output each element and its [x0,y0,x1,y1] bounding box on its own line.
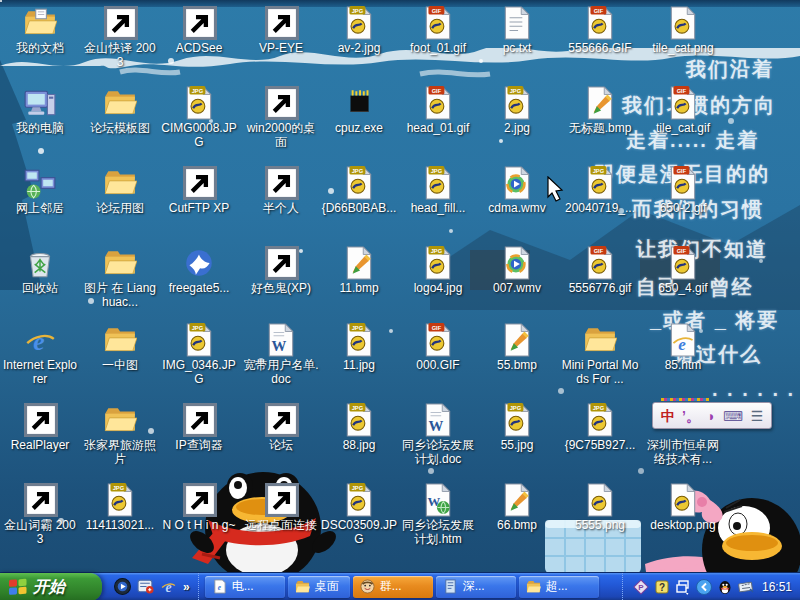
quicklaunch-overflow-chevron[interactable]: » [183,580,190,594]
desktop-icon-nothing-qq[interactable]: N O t H i n g~ [160,483,238,533]
desktop-icon-tile-cat-gif[interactable]: GIFtile_cat.gif [644,86,722,136]
icon-label: {9C75B927... [561,439,639,453]
desktop-icon-file-5556776-gif[interactable]: GIF5556776.gif [561,246,639,296]
desktop-icon-my-documents[interactable]: 我的文档 [1,6,79,56]
desktop-icon-yizhong-images-folder[interactable]: 一中图 [81,323,159,373]
desktop-icon-file-55-jpg[interactable]: JPG55.jpg [478,403,556,453]
desktop-icon-tongxiang-plan-doc[interactable]: W同乡论坛发展计划.doc [399,403,477,467]
desktop-icon-head-fill-jpg[interactable]: JPGhead_fill... [399,166,477,216]
desktop-icon-cdma-wmv[interactable]: cdma.wmv [478,166,556,216]
taskbar-button-3[interactable]: 群... [353,576,433,598]
desktop-icon-remote-desktop[interactable]: 远程桌面连接 [242,483,320,533]
icon-label: 2.jpg [478,122,556,136]
desktop-icon-file-20040719-jpg[interactable]: JPG20040719_... [561,166,639,216]
desktop-icon-file-85-htm[interactable]: e85.htm [644,323,722,373]
desktop-icon-file-9c75b927-jpg[interactable]: JPG{9C75B927... [561,403,639,453]
desktop-icon-logo4-jpg[interactable]: JPGlogo4.jpg [399,246,477,296]
help-tray-icon[interactable]: ? [654,579,670,595]
ime-language-bar[interactable]: 中’。◗⌨☰ [652,402,772,429]
desktop-icon-realplayer[interactable]: RealPlayer [1,403,79,453]
messenger-app-icon[interactable] [137,578,154,595]
desktop-icon-pc-txt[interactable]: pc.txt [478,6,556,56]
purple-diamond-tray-icon[interactable]: P [633,579,649,595]
qq-tray-icon[interactable] [717,579,733,595]
icon-label: 66.bmp [478,519,556,533]
desktop-icon-acdsee[interactable]: ACDSee [160,6,238,56]
ie-icon: e [23,323,57,357]
internet-explorer-icon[interactable]: e [160,578,177,595]
desktop-icon-d66b0bab-jpg[interactable]: JPG{D66B0BAB... [320,166,398,216]
windows-logo-icon [8,578,28,596]
window-restore-tray-icon[interactable] [675,579,691,595]
desktop-icon-desktop-png[interactable]: desktop.png [644,483,722,533]
icon-label: 宽带用户名单.doc [242,359,320,387]
desktop-icon-file-2-jpg[interactable]: JPG2.jpg [478,86,556,136]
taskbar-button-label: 群... [380,578,402,595]
taskbar-button-1[interactable]: e电... [205,576,285,598]
desktop-icon-head-01-gif[interactable]: GIFhead_01.gif [399,86,477,136]
ime-mode-chinese[interactable]: 中 [661,409,675,423]
desktop-icon-file-000-gif[interactable]: GIF000.GIF [399,323,477,373]
desktop-icon-zhangjiajie-photos-folder[interactable]: 张家界旅游照片 [81,403,159,467]
desktop-icon-my-computer[interactable]: 我的电脑 [1,86,79,136]
desktop-icon-untitled-bmp[interactable]: 无标题.bmp [561,86,639,136]
desktop-icon-file-007-wmv[interactable]: 007.wmv [478,246,556,296]
desktop-icon-internet-explorer[interactable]: eInternet Explorer [1,323,79,387]
desktop-icon-mini-portal-mods-folder[interactable]: Mini Portal Mods For ... [561,323,639,387]
folder-icon [103,403,137,437]
desktop-icon-haosegui-xp[interactable]: 好色鬼(XP) [242,246,320,296]
collapse-chevron-icon[interactable] [696,579,712,595]
desktop-icon-file-114113021-jpg[interactable]: JPG114113021... [81,483,159,533]
desktop-icon-file-55-bmp[interactable]: 55.bmp [478,323,556,373]
desktop-icon-freegate5[interactable]: freegate5... [160,246,238,296]
taskbar-button-2[interactable]: 桌面 [288,576,350,598]
desktop-icon-bbs-template-images-folder[interactable]: 论坛模板图 [81,86,159,136]
desktop-icon-dsc03509-jpg[interactable]: JPGDSC03509.JPG [320,483,398,547]
svg-text:GIF: GIF [432,88,442,94]
bmp-icon [342,246,376,280]
ime-punctuation-icon[interactable]: ’。 [682,409,700,423]
desktop-icon-tongxiang-plan-htm[interactable]: W同乡论坛发展计划.htm [399,483,477,547]
desktop-icon-pictures-lianghuac-folder[interactable]: 图片 在 Lianghuac... [81,246,159,310]
ime-keyboard-tray-icon[interactable] [738,579,754,595]
icon-label: IP查询器 [160,439,238,453]
desktop-icon-cutftp-xp[interactable]: CutFTP XP [160,166,238,216]
desktop-icon-my-network-places[interactable]: 网上邻居 [1,166,79,216]
desktop-icon-jinshan-kuaiyi-2003[interactable]: 金山快译 2003 [81,6,159,70]
desktop-icon-file-66-bmp[interactable]: 66.bmp [478,483,556,533]
desktop-icon-bangeren-qq[interactable]: 半个人 [242,166,320,216]
notepad-icon [443,579,458,594]
desktop-icon-cpuz-exe[interactable]: cpuz.exe [320,86,398,136]
desktop-icon-broadband-users-doc[interactable]: W宽带用户名单.doc [242,323,320,387]
gif-icon: GIF [421,86,455,120]
ime-halfmoon-icon[interactable]: ◗ [707,409,715,423]
desktop-icon-file-88-jpg[interactable]: JPG88.jpg [320,403,398,453]
desktop-icon-file-650-4-gif[interactable]: GIF650_4.gif [644,246,722,296]
ime-menu-icon[interactable]: ☰ [751,409,764,423]
desktop-icon-bbs-images-folder[interactable]: 论坛用图 [81,166,159,216]
desktop-icon-av-2-jpg[interactable]: JPGav-2.jpg [320,6,398,56]
svg-text:GIF: GIF [594,8,604,14]
ime-softkeyboard-icon[interactable]: ⌨ [723,409,743,423]
desktop-icon-tile-cat-png[interactable]: tile_cat.png [644,6,722,56]
desktop-icon-foot-01-gif[interactable]: GIFfoot_01.gif [399,6,477,56]
desktop-icon-file-650-2-gif[interactable]: GIF650-2.gif [644,166,722,216]
icon-label: foot_01.gif [399,42,477,56]
desktop-icon-win2000-desktop-folder[interactable]: win2000的桌面 [242,86,320,150]
desktop-icon-img-0346-jpg[interactable]: JPGIMG_0346.JPG [160,323,238,387]
desktop-icon-jinshan-ciba-2003[interactable]: 金山词霸 2003 [1,483,79,547]
start-button[interactable]: 开始 [0,573,102,600]
media-player-icon[interactable] [114,578,131,595]
desktop-icon-file-11-jpg[interactable]: JPG11.jpg [320,323,398,373]
desktop-icon-vp-eye[interactable]: VP-EYE [242,6,320,56]
jpg-icon: JPG [103,483,137,517]
desktop-icon-bbs-shortcut[interactable]: e论坛 [242,403,320,453]
desktop-icon-file-555666-gif[interactable]: GIF555666.GIF [561,6,639,56]
taskbar-button-4[interactable]: 深... [436,576,516,598]
desktop-icon-file-11-bmp[interactable]: 11.bmp [320,246,398,296]
desktop-icon-cimg0008-jpg[interactable]: JPGCIMG0008.JPG [160,86,238,150]
taskbar-button-5[interactable]: 超... [519,576,599,598]
desktop-icon-ip-query-tool[interactable]: IP查询器 [160,403,238,453]
desktop-icon-recycle-bin[interactable]: 回收站 [1,246,79,296]
desktop-icon-file-5555-png[interactable]: 5555.png [561,483,639,533]
